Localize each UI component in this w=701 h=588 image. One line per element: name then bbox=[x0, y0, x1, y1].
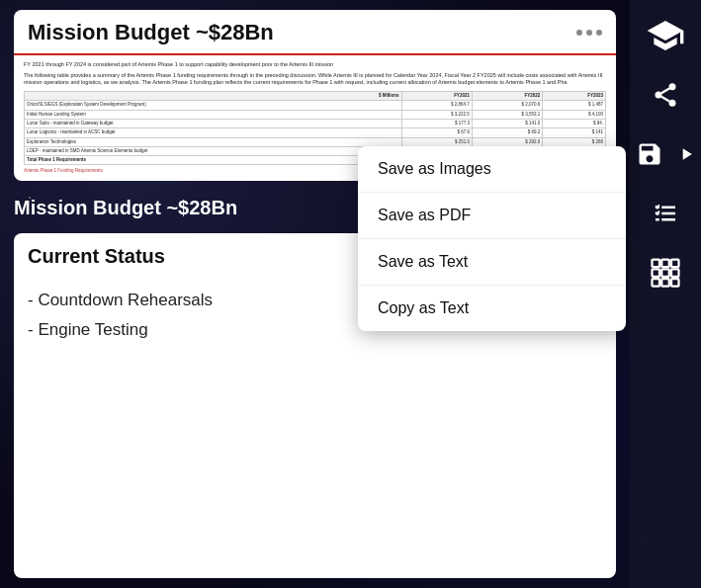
copy-as-text-button[interactable]: Copy as Text bbox=[358, 286, 626, 331]
checklist-button[interactable] bbox=[640, 188, 691, 239]
dot1 bbox=[576, 30, 582, 36]
share-icon bbox=[652, 81, 679, 109]
save-as-images-button[interactable]: Save as Images bbox=[358, 146, 626, 193]
table-total-cell: Total Phase 1 Requirements bbox=[25, 156, 402, 165]
table-cell: Initial Human Landing System bbox=[25, 110, 402, 119]
mission-budget-card-header: Mission Budget ~$28Bn bbox=[14, 10, 616, 55]
save-as-text-button[interactable]: Save as Text bbox=[358, 239, 626, 286]
save-as-pdf-button[interactable]: Save as PDF bbox=[358, 193, 626, 239]
status-card-title: Current Status bbox=[28, 245, 165, 268]
svg-rect-14 bbox=[653, 269, 660, 277]
dot2 bbox=[586, 30, 592, 36]
svg-rect-16 bbox=[671, 269, 679, 277]
table-cell: $ 1,487 bbox=[543, 101, 606, 110]
col-fy21: FY2021 bbox=[401, 92, 472, 101]
table-row: Orion/SLS/EGS (Exploration System Develo… bbox=[25, 101, 606, 110]
doc-para: The following table provides a summary o… bbox=[24, 72, 606, 87]
table-cell: Orion/SLS/EGS (Exploration System Develo… bbox=[25, 101, 402, 110]
table-cell: $ 292.0 bbox=[472, 137, 542, 146]
table-cell: $ 3,553.1 bbox=[472, 110, 542, 119]
table-cell: LDEP - maintained in SMD Artemis Science… bbox=[25, 146, 402, 155]
dropdown-menu: Save as ImagesSave as PDFSave as TextCop… bbox=[358, 146, 626, 331]
svg-point-2 bbox=[669, 100, 676, 107]
table-cell: $ 4,100 bbox=[543, 110, 606, 119]
table-cell: $ 2,070.6 bbox=[472, 101, 542, 110]
table-cell: $ 69.2 bbox=[472, 128, 542, 137]
table-cell: $ 141.0 bbox=[472, 119, 542, 127]
col-name: $ Millions bbox=[25, 92, 402, 101]
doc-intro: FY 2021 through FY 2024 is considered pa… bbox=[24, 61, 606, 69]
table-cell: $ 268 bbox=[543, 137, 606, 146]
svg-line-4 bbox=[661, 89, 669, 94]
svg-point-0 bbox=[669, 83, 676, 90]
table-row: Lunar Logistics - maintained in ACSC bud… bbox=[25, 128, 606, 137]
mission-budget-title: Mission Budget ~$28Bn bbox=[28, 20, 274, 45]
save-arrow-group[interactable] bbox=[631, 128, 700, 180]
svg-rect-17 bbox=[653, 279, 660, 287]
svg-point-1 bbox=[656, 92, 662, 99]
table-cell: $ 251.0 bbox=[401, 137, 472, 146]
svg-rect-12 bbox=[661, 260, 669, 268]
svg-rect-13 bbox=[671, 260, 679, 268]
dot3 bbox=[596, 30, 602, 36]
table-cell: $ 94. bbox=[543, 119, 606, 127]
save-icon bbox=[636, 140, 663, 168]
svg-rect-11 bbox=[653, 260, 660, 268]
svg-rect-15 bbox=[661, 269, 669, 277]
table-row: Lunar Suits - maintained in Gateway budg… bbox=[25, 119, 606, 127]
graduation-cap-button[interactable] bbox=[640, 10, 691, 61]
col-fy23: FY2023 bbox=[543, 92, 606, 101]
svg-line-3 bbox=[661, 97, 669, 102]
grid-icon bbox=[648, 255, 683, 291]
table-cell: $ 67.6 bbox=[401, 128, 472, 137]
table-row: Exploration Technologies$ 251.0$ 292.0$ … bbox=[25, 137, 606, 146]
table-cell: $ 141 bbox=[543, 128, 606, 137]
share-button[interactable] bbox=[640, 69, 691, 121]
table-cell: $ 2,864.7 bbox=[401, 101, 472, 110]
svg-rect-18 bbox=[661, 279, 669, 287]
svg-rect-19 bbox=[671, 279, 679, 287]
forward-arrow-button[interactable] bbox=[672, 128, 700, 180]
graduation-cap-icon bbox=[646, 16, 685, 55]
table-cell: Exploration Technologies bbox=[25, 137, 402, 146]
table-cell: $ 177.3 bbox=[401, 119, 472, 127]
grid-button[interactable] bbox=[640, 247, 691, 298]
card1-menu-dots[interactable] bbox=[576, 30, 602, 36]
table-cell: Lunar Logistics - maintained in ACSC bud… bbox=[25, 128, 402, 137]
right-sidebar bbox=[630, 0, 701, 588]
table-row: Initial Human Landing System$ 3,222.5$ 3… bbox=[25, 110, 606, 119]
table-cell: $ 3,222.5 bbox=[401, 110, 472, 119]
col-fy22: FY2022 bbox=[472, 92, 542, 101]
forward-arrow-icon bbox=[676, 144, 696, 164]
save-button[interactable] bbox=[631, 128, 668, 180]
table-cell: Lunar Suits - maintained in Gateway budg… bbox=[25, 119, 402, 127]
checklist-icon bbox=[651, 199, 680, 228]
